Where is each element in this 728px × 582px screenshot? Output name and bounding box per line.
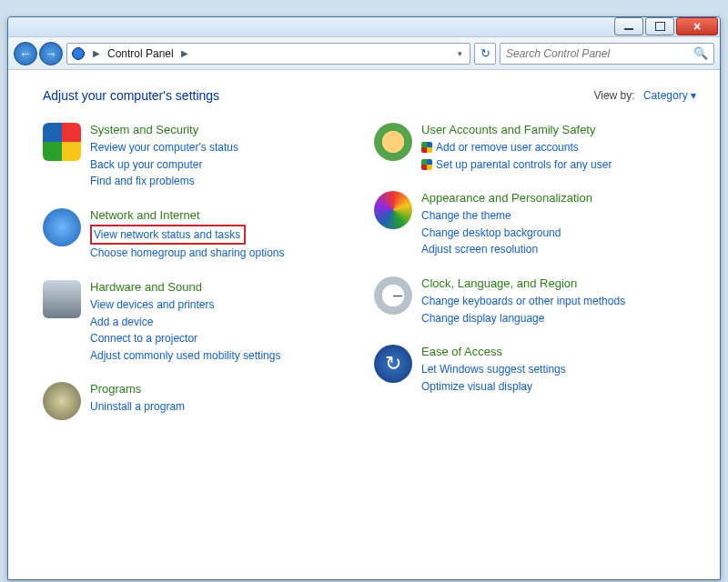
view-by: View by: Category ▾	[593, 89, 696, 102]
minimize-button[interactable]	[614, 17, 643, 35]
link-connect-to-a-projector[interactable]: Connect to a projector	[90, 330, 280, 347]
link-view-network-status-and-tasks[interactable]: View network status and tasks	[94, 226, 240, 244]
category-ease-of-access: Ease of AccessLet Windows suggest settin…	[374, 345, 696, 395]
category-title-programs[interactable]: Programs	[90, 382, 185, 396]
appearance-and-personalization-icon	[374, 191, 412, 229]
category-title-appearance-and-personalization[interactable]: Appearance and Personalization	[421, 191, 592, 205]
breadcrumb[interactable]: Control Panel	[107, 47, 174, 60]
control-panel-icon	[71, 46, 86, 61]
chevron-right-icon[interactable]: ▶	[89, 48, 104, 58]
link-find-and-fix-problems[interactable]: Find and fix problems	[90, 173, 238, 190]
link-change-the-theme[interactable]: Change the theme	[421, 207, 592, 225]
maximize-button[interactable]	[645, 17, 674, 35]
back-button[interactable]: ←	[14, 42, 37, 65]
category-user-accounts-and-family-safety: User Accounts and Family SafetyAdd or re…	[374, 123, 696, 173]
link-add-a-device[interactable]: Add a device	[90, 314, 280, 331]
link-change-keyboards-or-other-input-methods[interactable]: Change keyboards or other input methods	[421, 293, 625, 310]
refresh-button[interactable]: ↻	[474, 43, 496, 65]
category-column-left: System and SecurityReview your computer'…	[43, 123, 365, 420]
link-back-up-your-computer[interactable]: Back up your computer	[90, 156, 238, 174]
system-and-security-icon	[43, 123, 81, 161]
category-hardware-and-sound: Hardware and SoundView devices and print…	[43, 280, 365, 364]
link-adjust-screen-resolution[interactable]: Adjust screen resolution	[421, 241, 592, 258]
titlebar	[8, 17, 720, 37]
link-let-windows-suggest-settings[interactable]: Let Windows suggest settings	[421, 361, 566, 378]
view-by-dropdown[interactable]: Category ▾	[643, 89, 696, 102]
programs-icon	[43, 382, 81, 420]
link-adjust-commonly-used-mobility-settings[interactable]: Adjust commonly used mobility settings	[90, 347, 280, 365]
search-box[interactable]: 🔍	[500, 43, 714, 65]
category-programs: ProgramsUninstall a program	[43, 382, 365, 420]
category-title-clock-language-and-region[interactable]: Clock, Language, and Region	[421, 276, 625, 290]
category-network-and-internet: Network and InternetView network status …	[43, 208, 365, 262]
forward-button[interactable]: →	[39, 42, 63, 65]
hardware-and-sound-icon	[43, 280, 81, 318]
link-set-up-parental-controls-for-any-user[interactable]: Set up parental controls for any user	[421, 156, 612, 174]
link-choose-homegroup-and-sharing-options[interactable]: Choose homegroup and sharing options	[90, 245, 284, 262]
view-by-label: View by:	[593, 89, 634, 102]
content-area: Adjust your computer's settings View by:…	[8, 70, 720, 579]
link-change-desktop-background[interactable]: Change desktop background	[421, 225, 592, 242]
navbar: ← → ▶ Control Panel ▶ ▾ ↻ 🔍	[8, 37, 720, 70]
user-accounts-and-family-safety-icon	[374, 123, 412, 161]
link-add-or-remove-user-accounts[interactable]: Add or remove user accounts	[421, 139, 612, 156]
category-title-network-and-internet[interactable]: Network and Internet	[90, 208, 284, 222]
category-column-right: User Accounts and Family SafetyAdd or re…	[374, 123, 696, 420]
search-input[interactable]	[506, 47, 693, 60]
link-review-your-computer-s-status[interactable]: Review your computer's status	[90, 139, 238, 156]
category-title-system-and-security[interactable]: System and Security	[90, 123, 238, 136]
category-clock-language-and-region: Clock, Language, and RegionChange keyboa…	[374, 276, 696, 326]
network-and-internet-icon	[43, 208, 81, 246]
clock-language-and-region-icon	[374, 276, 412, 315]
page-title: Adjust your computer's settings	[43, 88, 219, 103]
link-uninstall-a-program[interactable]: Uninstall a program	[90, 398, 185, 416]
close-button[interactable]	[676, 17, 718, 35]
category-system-and-security: System and SecurityReview your computer'…	[43, 123, 365, 190]
category-appearance-and-personalization: Appearance and PersonalizationChange the…	[374, 191, 696, 258]
chevron-right-icon[interactable]: ▶	[177, 48, 192, 58]
link-view-devices-and-printers[interactable]: View devices and printers	[90, 296, 280, 314]
category-title-ease-of-access[interactable]: Ease of Access	[421, 345, 566, 358]
highlighted-link: View network status and tasks	[90, 225, 246, 246]
link-optimize-visual-display[interactable]: Optimize visual display	[421, 378, 566, 396]
link-change-display-language[interactable]: Change display language	[421, 310, 625, 327]
ease-of-access-icon	[374, 345, 412, 383]
category-title-hardware-and-sound[interactable]: Hardware and Sound	[90, 280, 280, 294]
search-icon[interactable]: 🔍	[693, 46, 708, 60]
control-panel-window: ← → ▶ Control Panel ▶ ▾ ↻ 🔍 Adjust your …	[7, 16, 721, 580]
address-bar[interactable]: ▶ Control Panel ▶ ▾	[66, 43, 470, 65]
address-dropdown[interactable]: ▾	[454, 49, 466, 58]
category-title-user-accounts-and-family-safety[interactable]: User Accounts and Family Safety	[421, 123, 612, 136]
